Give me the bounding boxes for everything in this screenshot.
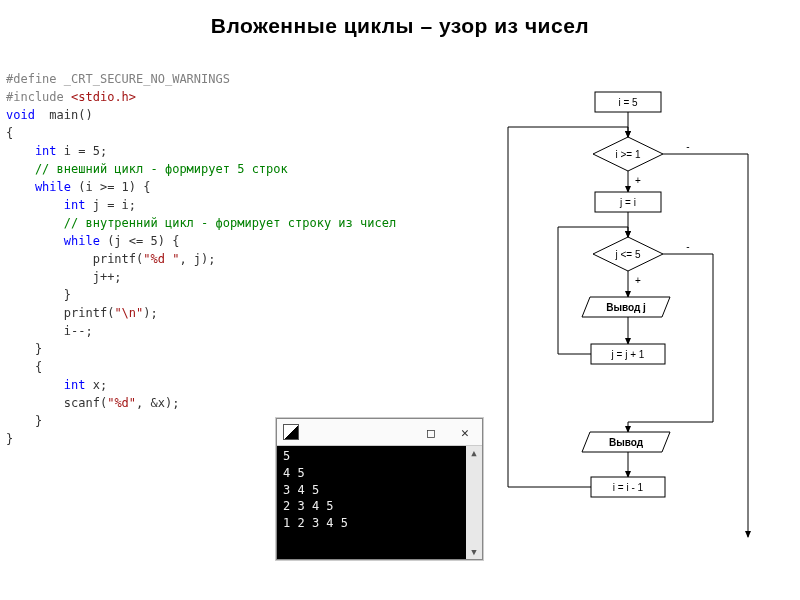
svg-text:j = j + 1: j = j + 1 [611, 349, 645, 360]
svg-text:-: - [686, 241, 689, 252]
console-titlebar: □ ✕ [277, 419, 482, 446]
svg-text:j = i: j = i [619, 197, 636, 208]
console-icon [283, 424, 299, 440]
scroll-up-icon[interactable]: ▲ [471, 446, 476, 460]
restore-button[interactable]: □ [414, 421, 448, 443]
close-button[interactable]: ✕ [448, 421, 482, 443]
svg-text:i = i - 1: i = i - 1 [613, 482, 644, 493]
flowchart-diagram: i = 5 i >= 1 + - j = i j <= 5 + - Вывод … [478, 82, 788, 542]
svg-text:i >= 1: i >= 1 [615, 149, 640, 160]
code-editor: #define _CRT_SECURE_NO_WARNINGS #include… [6, 70, 446, 448]
console-output: 5 4 5 3 4 5 2 3 4 5 1 2 3 4 5 ▲ ▼ [277, 446, 482, 559]
svg-text:i = 5: i = 5 [618, 97, 638, 108]
svg-text:+: + [635, 275, 641, 286]
scroll-down-icon[interactable]: ▼ [471, 545, 476, 559]
svg-text:Вывод j: Вывод j [606, 302, 646, 313]
svg-text:-: - [686, 141, 689, 152]
svg-text:j <= 5: j <= 5 [614, 249, 640, 260]
console-window: □ ✕ 5 4 5 3 4 5 2 3 4 5 1 2 3 4 5 ▲ ▼ [276, 418, 483, 560]
svg-text:+: + [635, 175, 641, 186]
svg-text:Вывод: Вывод [609, 437, 644, 448]
page-title: Вложенные циклы – узор из чисел [0, 0, 800, 44]
